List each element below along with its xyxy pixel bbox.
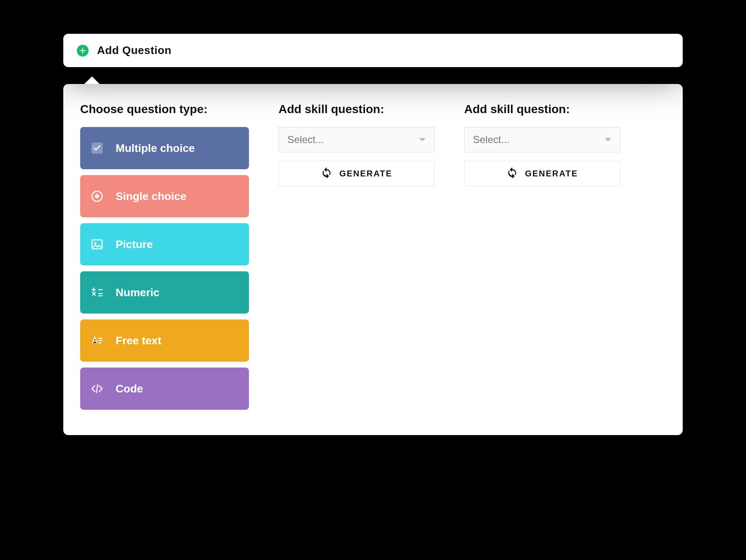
skill-question-column-2: Add skill question: Select... GENERATE <box>464 103 620 410</box>
type-multiple-choice-button[interactable]: Multiple choice <box>80 127 249 169</box>
calculator-icon <box>90 286 104 299</box>
generate-button[interactable]: GENERATE <box>278 161 435 186</box>
generate-button[interactable]: GENERATE <box>464 161 620 186</box>
type-code-button[interactable]: Code <box>80 368 249 410</box>
type-label: Numeric <box>116 286 159 299</box>
radio-icon <box>90 189 104 203</box>
question-type-heading: Choose question type: <box>80 103 249 116</box>
refresh-icon <box>506 167 518 181</box>
type-label: Code <box>116 382 143 395</box>
question-type-list: Multiple choice Single choice Picture <box>80 127 249 410</box>
type-label: Picture <box>116 238 153 251</box>
generate-label: GENERATE <box>525 169 578 179</box>
type-free-text-button[interactable]: Free text <box>80 319 249 362</box>
type-label: Free text <box>116 334 161 347</box>
svg-point-4 <box>94 242 96 244</box>
skill-question-column-1: Add skill question: Select... GENERATE <box>278 103 435 410</box>
select-placeholder: Select... <box>473 134 510 146</box>
skill-heading: Add skill question: <box>464 103 620 116</box>
refresh-icon <box>321 167 332 181</box>
type-label: Multiple choice <box>116 142 195 155</box>
skill-heading: Add skill question: <box>278 103 435 116</box>
panel-arrow <box>84 76 100 84</box>
skill-select[interactable]: Select... <box>278 127 435 152</box>
chevron-down-icon <box>419 138 426 141</box>
type-numeric-button[interactable]: Numeric <box>80 271 249 314</box>
svg-point-2 <box>95 194 100 199</box>
question-type-column: Choose question type: Multiple choice Si… <box>80 103 249 410</box>
type-label: Single choice <box>116 190 186 203</box>
checkbox-icon <box>90 141 104 155</box>
skill-select[interactable]: Select... <box>464 127 620 152</box>
chevron-down-icon <box>605 138 611 141</box>
add-question-container: Add Question Choose question type: Multi… <box>63 34 683 435</box>
generate-label: GENERATE <box>339 169 392 179</box>
select-placeholder: Select... <box>287 134 324 146</box>
text-icon <box>90 334 104 347</box>
type-single-choice-button[interactable]: Single choice <box>80 175 249 217</box>
code-icon <box>90 382 104 395</box>
image-icon <box>90 238 104 251</box>
plus-icon <box>77 45 89 57</box>
add-question-panel: Choose question type: Multiple choice Si… <box>63 84 683 435</box>
type-picture-button[interactable]: Picture <box>80 223 249 265</box>
add-question-header[interactable]: Add Question <box>63 34 683 67</box>
header-title: Add Question <box>97 44 171 57</box>
